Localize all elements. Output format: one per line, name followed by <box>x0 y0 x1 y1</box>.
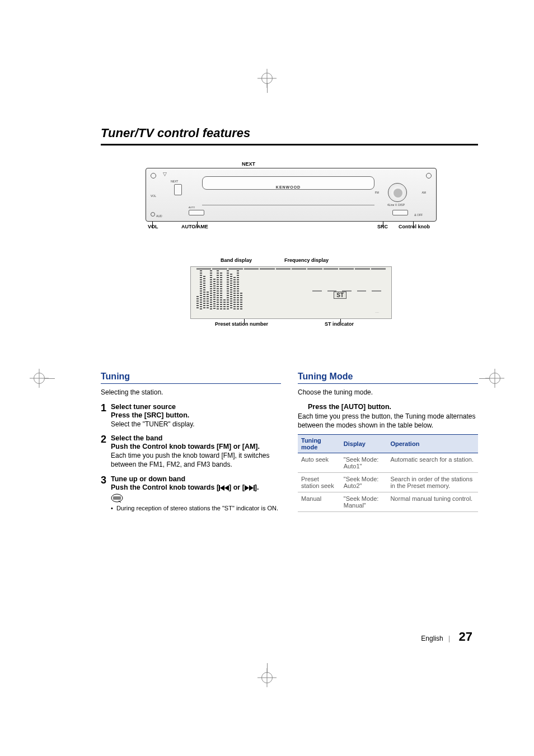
disc-slot <box>202 205 374 205</box>
tuning-mode-para: Each time you press the button, the Tuni… <box>298 412 478 430</box>
svg-marker-2 <box>224 485 229 491</box>
step-1: 1 Select tuner source Press the [SRC] bu… <box>101 403 281 429</box>
svg-marker-1 <box>220 485 224 491</box>
label-vol: VOL <box>148 224 158 229</box>
cell: Search in order of the stations in the P… <box>387 473 478 492</box>
registration-mark-right <box>489 373 500 384</box>
note-text: During reception of stereo stations the … <box>111 505 281 511</box>
table-row: Manual "Seek Mode: Manual" Normal manual… <box>298 492 478 512</box>
cell: Normal manual tuning control. <box>387 492 478 512</box>
power-icon <box>151 173 156 179</box>
page-footer: English | 27 <box>421 630 472 644</box>
cell: Auto seek <box>298 453 340 473</box>
th-mode: Tuning mode <box>298 435 340 453</box>
fp-next-label: NEXT <box>171 180 178 183</box>
cell: "Seek Mode: Manual" <box>340 492 387 512</box>
fp-4v-label: 4Line V. DISP <box>387 203 405 206</box>
table-row: Preset station seek "Seek Mode: Auto2" S… <box>298 473 478 492</box>
svg-marker-3 <box>245 485 249 491</box>
page-number: 27 <box>459 630 472 644</box>
lcd-display: ST ···· <box>190 266 392 319</box>
auto-button <box>189 210 204 215</box>
label-frequency-display: Frequency display <box>284 257 329 263</box>
step-2: 2 Select the band Push the Control knob … <box>101 434 281 469</box>
step-number: 2 <box>101 434 106 469</box>
display-diagram: Band display Frequency display <box>190 257 392 332</box>
step-title: Select tuner source <box>111 403 281 411</box>
control-knob <box>388 183 407 202</box>
fp-off-label: & OFF <box>414 213 423 217</box>
eject-icon <box>426 173 432 179</box>
brand-label: KENWOOD <box>276 185 301 189</box>
step-3: 3 Tune up or down band Push the Control … <box>101 475 281 511</box>
registration-mark-top <box>261 73 273 93</box>
section-title: Tuner/TV control features <box>101 126 478 145</box>
fp-am-label: AM <box>422 191 427 194</box>
registration-mark-left <box>34 373 45 384</box>
language-label: English <box>421 635 443 642</box>
svg-marker-4 <box>249 485 254 491</box>
tuning-heading: Tuning <box>101 372 281 384</box>
cell: Automatic search for a station. <box>387 453 478 473</box>
step-title: Select the band <box>111 434 281 442</box>
label-src: SRC <box>377 224 388 229</box>
label-preset-station: Preset station number <box>215 321 268 327</box>
fp-fm-label: FM <box>375 191 379 194</box>
tuning-mode-table: Tuning mode Display Operation Auto seek … <box>298 434 478 512</box>
th-display: Display <box>340 435 387 453</box>
faceplate-diagram: NEXT ▽ NEXT KENWOOD VOL AU <box>146 161 437 332</box>
menu-button <box>174 184 182 195</box>
table-row: Auto seek "Seek Mode: Auto1" Automatic s… <box>298 453 478 473</box>
label-band-display: Band display <box>221 257 252 263</box>
label-auto: AUTO/AME <box>181 224 208 229</box>
press-auto: Press the [AUTO] button. <box>308 403 478 411</box>
tuning-mode-lead: Choose the tuning mode. <box>298 388 478 396</box>
step-text: Select the "TUNER" display. <box>111 420 281 429</box>
note-icon <box>111 494 281 503</box>
step-action: Press the [SRC] button. <box>111 411 281 419</box>
next-track-icon <box>245 485 255 491</box>
cell: "Seek Mode: Auto2" <box>340 473 387 492</box>
step-action: Push the Control knob towards [FM] or [A… <box>111 443 281 450</box>
step-number: 1 <box>101 403 106 429</box>
tuning-lead: Selecting the station. <box>101 388 281 396</box>
footer-separator: | <box>448 635 450 642</box>
th-operation: Operation <box>387 435 478 453</box>
tuning-mode-section: Tuning Mode Choose the tuning mode. Pres… <box>298 372 478 517</box>
tuning-section: Tuning Selecting the station. 1 Select t… <box>101 372 281 517</box>
fp-aud-label: AUD <box>156 215 162 218</box>
step-title: Tune up or down band <box>111 475 281 483</box>
step-action: Push the Control knob towards [] or []. <box>111 483 281 491</box>
fp-auto-small: AUTO <box>189 206 195 209</box>
svg-rect-0 <box>219 485 220 491</box>
lcd-area: KENWOOD <box>202 176 374 190</box>
src-button <box>392 210 408 215</box>
down-arrow-icon: ▽ <box>163 171 167 177</box>
cell: Manual <box>298 492 340 512</box>
st-indicator: ST <box>334 292 346 299</box>
cell: Preset station seek <box>298 473 340 492</box>
tuning-mode-heading: Tuning Mode <box>298 372 478 384</box>
step-text: Each time you push the knob toward [FM],… <box>111 451 281 469</box>
prev-track-icon <box>219 485 229 491</box>
label-next: NEXT <box>242 161 437 167</box>
faceplate: ▽ NEXT KENWOOD VOL AUD AUTO FM AM 4Line <box>146 168 437 222</box>
label-st-indicator: ST indicator <box>325 321 354 327</box>
registration-mark-bottom <box>261 663 273 683</box>
fp-vol-label: VOL <box>151 194 156 198</box>
label-control-knob: Control knob <box>399 224 430 229</box>
frequency-readout <box>312 274 381 292</box>
step-number: 3 <box>101 475 106 511</box>
cell: "Seek Mode: Auto1" <box>340 453 387 473</box>
display-footer-text: ···· <box>375 311 379 314</box>
aud-button <box>151 212 155 217</box>
